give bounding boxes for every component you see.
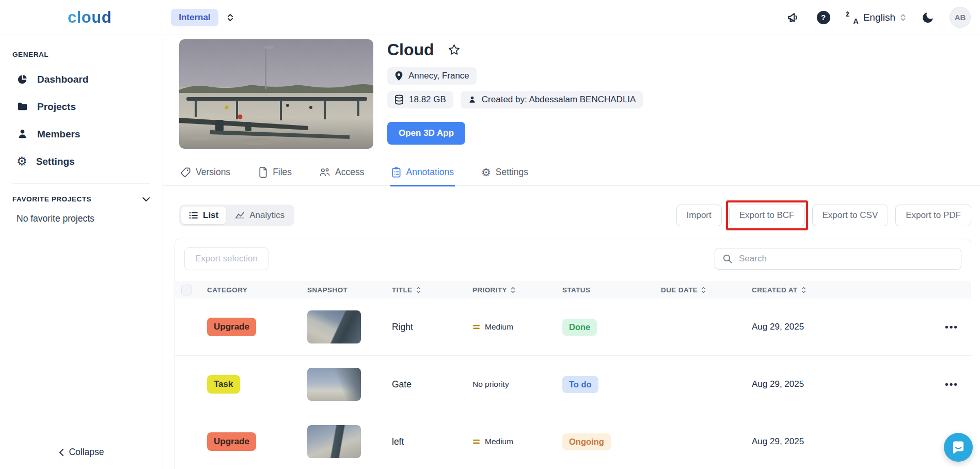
favorites-header[interactable]: FAVORITE PROJECTS (12, 195, 150, 203)
chevron-left-icon (58, 448, 64, 457)
column-header-status: STATUS (562, 286, 661, 294)
category-badge: Upgrade (207, 432, 256, 451)
sort-icon (511, 286, 515, 294)
help-button[interactable]: ? (815, 9, 832, 26)
search-box (715, 248, 961, 270)
gear-icon: ⚙ (17, 155, 27, 167)
moon-icon (921, 11, 935, 24)
created-at-cell: Aug 29, 2025 (752, 436, 876, 447)
created-at-cell: Aug 29, 2025 (752, 322, 876, 332)
annotation-title: left (392, 436, 472, 447)
category-badge: Upgrade (207, 318, 256, 336)
view-toggle: List Analytics (179, 205, 294, 226)
sidebar-item-dashboard[interactable]: Dashboard (12, 66, 150, 93)
export-selection-button[interactable]: Export selection (184, 247, 268, 270)
table-header: CATEGORY SNAPSHOT TITLE PRIORITY STATUS … (175, 281, 971, 299)
favorites-empty-text: No favorite projects (17, 213, 150, 224)
search-input[interactable] (739, 254, 954, 264)
chat-widget-button[interactable] (944, 433, 973, 462)
category-badge: Task (207, 375, 240, 394)
created-at-cell: Aug 29, 2025 (752, 379, 876, 389)
main-content: Cloud Annecy, France (163, 35, 980, 469)
view-toggle-list[interactable]: List (181, 207, 226, 224)
row-more-button[interactable]: ••• (945, 321, 958, 333)
export-to-csv-button[interactable]: Export to CSV (812, 205, 889, 226)
star-icon[interactable] (448, 43, 461, 56)
sidebar-section-general: GENERAL (12, 51, 150, 58)
import-button[interactable]: Import (676, 205, 722, 226)
project-title: Cloud (387, 40, 434, 59)
project-thumbnail[interactable] (179, 39, 373, 149)
snapshot-thumbnail[interactable] (307, 310, 361, 343)
project-tabs: Versions Files Access Annotations (163, 166, 980, 186)
column-header-due-date[interactable]: DUE DATE (661, 286, 752, 294)
export-actions: Import Export to BCF Export to CSV Expor… (676, 205, 971, 226)
database-icon (394, 95, 404, 105)
workspace-badge[interactable]: Internal (171, 9, 218, 26)
dark-mode-toggle[interactable] (919, 9, 937, 26)
pie-chart-icon (17, 73, 28, 85)
size-badge: 18.82 GB (387, 91, 453, 108)
chevron-down-icon (142, 197, 150, 202)
tag-icon (180, 167, 191, 178)
app-logo[interactable]: cloud (68, 8, 112, 27)
size-text: 18.82 GB (409, 95, 446, 105)
tab-files[interactable]: Files (257, 166, 293, 186)
annotations-toolbar: List Analytics Import Export to BCF Expo… (179, 205, 971, 226)
sort-icon (416, 286, 421, 294)
person-icon (17, 128, 28, 140)
open-3d-app-button[interactable]: Open 3D App (387, 122, 465, 145)
priority-medium-icon (472, 324, 480, 330)
annotations-table-card: Export selection CATEGORY SNAPSHOT TITLE… (175, 239, 971, 469)
collapse-sidebar-button[interactable]: Collapse (58, 447, 104, 458)
column-header-priority[interactable]: PRIORITY (472, 286, 562, 294)
select-all-checkbox[interactable] (181, 285, 192, 295)
table-row[interactable]: Task Gate No priority To do Aug 29, 2025… (175, 356, 971, 413)
app-root: cloud Internal ? ż A English (0, 0, 980, 469)
language-caret-icon (900, 13, 906, 22)
tab-annotations[interactable]: Annotations (390, 166, 454, 186)
priority-cell: No priority (472, 380, 562, 389)
row-more-button[interactable]: ••• (945, 379, 958, 390)
project-info: Cloud Annecy, France (387, 39, 643, 149)
sidebar-divider (12, 183, 150, 184)
location-pin-icon (394, 71, 403, 81)
column-header-snapshot: SNAPSHOT (307, 286, 392, 294)
tab-versions[interactable]: Versions (179, 166, 231, 186)
sidebar-item-projects[interactable]: Projects (12, 93, 150, 120)
workspace-caret-icon[interactable] (227, 12, 234, 23)
language-label: English (863, 12, 895, 23)
sidebar: GENERAL Dashboard Projects Members (0, 35, 163, 469)
person-icon (468, 95, 477, 104)
list-icon (189, 211, 198, 220)
help-icon: ? (817, 11, 830, 24)
creator-text: Created by: Abdessalam BENCHADLIA (482, 95, 636, 105)
workspace-switcher: Internal (171, 9, 233, 26)
tab-settings[interactable]: ⚙ Settings (480, 166, 529, 186)
table-row[interactable]: Upgrade left Medium Ongoing Aug 29, 2025… (175, 413, 971, 469)
sort-icon (701, 286, 706, 294)
sidebar-item-members[interactable]: Members (12, 120, 150, 148)
translate-icon: ż A (845, 11, 859, 24)
snapshot-thumbnail[interactable] (307, 368, 361, 401)
announcements-button[interactable] (784, 9, 802, 26)
favorites-label: FAVORITE PROJECTS (12, 195, 91, 203)
clipboard-icon (391, 167, 401, 178)
column-header-title[interactable]: TITLE (392, 286, 472, 294)
language-selector[interactable]: ż A English (845, 11, 906, 24)
table-row[interactable]: Upgrade Right Medium Done Aug 29, 2025 •… (175, 299, 971, 356)
column-header-category: CATEGORY (207, 286, 307, 294)
view-toggle-analytics[interactable]: Analytics (227, 207, 292, 224)
location-text: Annecy, France (408, 71, 469, 81)
column-header-created-at[interactable]: CREATED AT (752, 286, 876, 294)
user-avatar[interactable]: AB (950, 7, 971, 28)
annotation-title: Right (392, 322, 472, 333)
export-to-pdf-button[interactable]: Export to PDF (895, 205, 971, 226)
export-to-bcf-button[interactable]: Export to BCF (729, 205, 805, 226)
location-badge: Annecy, France (387, 67, 477, 85)
snapshot-thumbnail[interactable] (307, 425, 361, 458)
top-navbar: cloud Internal ? ż A English (0, 0, 980, 35)
sidebar-item-settings[interactable]: ⚙ Settings (12, 148, 150, 175)
sort-icon (801, 286, 806, 294)
tab-access[interactable]: Access (318, 166, 365, 186)
